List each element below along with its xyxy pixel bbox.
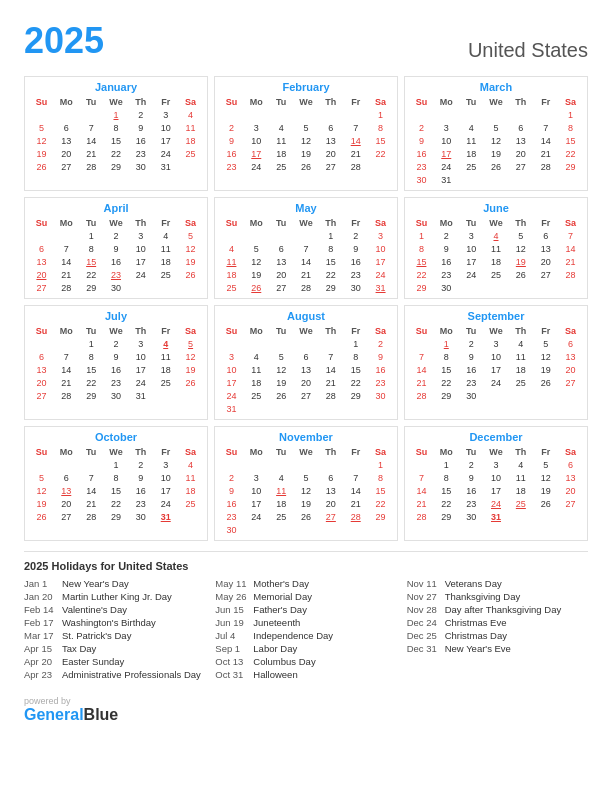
- day-header-th: Th: [318, 446, 343, 458]
- day-cell: 24: [219, 389, 244, 402]
- day-cell: 20: [54, 497, 79, 510]
- day-header-sa: Sa: [558, 446, 583, 458]
- day-cell: 28: [79, 160, 104, 173]
- month-name: April: [29, 202, 203, 214]
- day-cell: 2: [219, 471, 244, 484]
- holiday-item: Oct 13Columbus Day: [215, 656, 396, 667]
- holiday-name: Easter Sunday: [62, 656, 124, 667]
- day-header-mo: Mo: [434, 96, 459, 108]
- day-empty: [29, 229, 54, 242]
- day-empty: [244, 229, 269, 242]
- day-cell: 22: [79, 376, 104, 389]
- day-headers: SuMoTuWeThFrSa: [219, 96, 393, 108]
- day-cell: 14: [558, 242, 583, 255]
- day-cell: 7: [558, 229, 583, 242]
- day-cell: 3: [244, 121, 269, 134]
- day-cell: 31: [153, 160, 178, 173]
- day-header-fr: Fr: [533, 446, 558, 458]
- day-cell: 14: [533, 134, 558, 147]
- day-cell: 14: [409, 363, 434, 376]
- day-cell: 29: [434, 510, 459, 523]
- day-cell: 22: [434, 376, 459, 389]
- day-cell: 20: [54, 147, 79, 160]
- day-header-th: Th: [508, 325, 533, 337]
- country-title: United States: [468, 39, 588, 62]
- day-cell: 19: [178, 255, 203, 268]
- day-cell: 15: [104, 134, 129, 147]
- day-cell: 22: [343, 376, 368, 389]
- day-empty: [219, 458, 244, 471]
- day-cell: 7: [533, 121, 558, 134]
- day-empty: [269, 108, 294, 121]
- day-cell: 4: [508, 337, 533, 350]
- day-empty: [294, 337, 319, 350]
- day-cell: 28: [54, 389, 79, 402]
- day-cell: 10: [153, 121, 178, 134]
- day-cell: 8: [79, 242, 104, 255]
- day-header-tu: Tu: [79, 217, 104, 229]
- day-cell: 17: [128, 255, 153, 268]
- day-cell: 15: [434, 484, 459, 497]
- day-cell: 5: [29, 121, 54, 134]
- day-cell: 17: [368, 255, 393, 268]
- day-cell: 12: [484, 134, 509, 147]
- month-name: February: [219, 81, 393, 93]
- day-cell: 30: [219, 523, 244, 536]
- holiday-item: Nov 28Day after Thanksgiving Day: [407, 604, 588, 615]
- day-cell: 27: [318, 510, 343, 523]
- day-cell: 14: [294, 255, 319, 268]
- day-header-fr: Fr: [533, 96, 558, 108]
- day-cell: 8: [368, 471, 393, 484]
- day-cell: 9: [409, 134, 434, 147]
- day-cell: 26: [533, 497, 558, 510]
- holiday-item: May 11Mother's Day: [215, 578, 396, 589]
- day-cell: 12: [533, 350, 558, 363]
- holiday-date: Nov 11: [407, 578, 441, 589]
- day-cell: 28: [343, 510, 368, 523]
- holiday-item: Dec 31New Year's Eve: [407, 643, 588, 654]
- day-cell: 1: [79, 337, 104, 350]
- day-cell: 23: [219, 160, 244, 173]
- day-cell: 23: [434, 268, 459, 281]
- holiday-item: Jan 1New Year's Day: [24, 578, 205, 589]
- day-cell: 11: [153, 350, 178, 363]
- day-cell: 15: [79, 363, 104, 376]
- month-block-february: FebruarySuMoTuWeThFrSa123456789101112131…: [214, 76, 398, 191]
- day-header-tu: Tu: [79, 96, 104, 108]
- holiday-item: Apr 20Easter Sunday: [24, 656, 205, 667]
- days-grid: 1234567891011121314151617181920212223242…: [409, 458, 583, 523]
- holiday-date: Jan 20: [24, 591, 58, 602]
- day-cell: 2: [368, 337, 393, 350]
- day-cell: 31: [153, 510, 178, 523]
- day-cell: 26: [178, 268, 203, 281]
- day-cell: 4: [459, 121, 484, 134]
- day-cell: 19: [29, 147, 54, 160]
- month-name: May: [219, 202, 393, 214]
- day-cell: 9: [104, 242, 129, 255]
- day-cell: 23: [368, 376, 393, 389]
- day-cell: 11: [484, 242, 509, 255]
- day-header-sa: Sa: [558, 96, 583, 108]
- day-header-sa: Sa: [178, 96, 203, 108]
- day-cell: 22: [409, 268, 434, 281]
- day-cell: 24: [484, 376, 509, 389]
- powered-by-text: powered by: [24, 696, 588, 706]
- day-cell: 5: [294, 471, 319, 484]
- day-cell: 29: [104, 510, 129, 523]
- day-cell: 18: [508, 484, 533, 497]
- day-header-su: Su: [409, 446, 434, 458]
- day-empty: [318, 337, 343, 350]
- day-cell: 13: [29, 255, 54, 268]
- holiday-name: Labor Day: [253, 643, 297, 654]
- month-name: July: [29, 310, 203, 322]
- day-cell: 1: [409, 229, 434, 242]
- day-cell: 6: [54, 471, 79, 484]
- day-cell: 20: [508, 147, 533, 160]
- month-name: December: [409, 431, 583, 443]
- day-cell: 12: [178, 242, 203, 255]
- day-cell: 1: [104, 458, 129, 471]
- day-cell: 5: [269, 350, 294, 363]
- day-cell: 16: [459, 484, 484, 497]
- day-cell: 27: [54, 160, 79, 173]
- day-cell: 18: [244, 376, 269, 389]
